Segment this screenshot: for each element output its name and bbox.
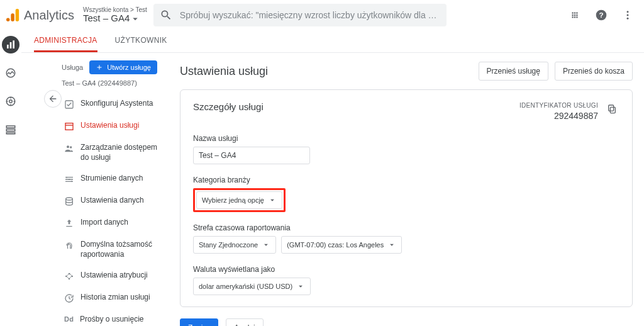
card-title: Szczegóły usługi	[193, 101, 264, 112]
svg-rect-0	[16, 9, 19, 21]
svg-point-22	[69, 179, 70, 180]
service-nav: Skonfiguruj Asystenta Ustawienia usługi …	[59, 93, 166, 326]
currency-label: Waluta wyświetlana jako	[193, 265, 619, 274]
check-box-icon	[64, 99, 74, 110]
svg-point-24	[66, 198, 73, 200]
save-button[interactable]: Zapisz	[180, 318, 218, 326]
tab-admin[interactable]: ADMINISTRACJA	[34, 30, 97, 52]
search-input[interactable]: Spróbuj wyszukać: "miesięczny wzrost lic…	[153, 4, 447, 26]
rail-configure-icon[interactable]	[2, 121, 19, 138]
account-picker-label: Test – GA4	[83, 13, 130, 24]
nav-delete-requests[interactable]: Dd Prośby o usunięcie danych	[59, 309, 166, 326]
history-icon	[64, 293, 74, 303]
content: Ustawienia usługi Przenieś usługę Przeni…	[169, 53, 644, 326]
caret-down-icon	[296, 282, 305, 291]
copy-id-button[interactable]	[604, 101, 619, 116]
people-icon	[64, 143, 74, 154]
top-bar: Analytics Wszystkie konta > Test Test – …	[0, 0, 644, 30]
svg-rect-15	[6, 129, 15, 131]
nav-attribution[interactable]: Ustawienia atrybucji	[59, 265, 166, 287]
cancel-button[interactable]: Anuluj	[226, 318, 263, 326]
svg-rect-29	[610, 107, 615, 113]
nav-streams[interactable]: Strumienie danych	[59, 168, 166, 190]
column-head-label: Usługa	[62, 64, 83, 71]
back-button[interactable]	[44, 90, 62, 108]
svg-point-7	[627, 18, 629, 20]
svg-rect-30	[609, 105, 614, 111]
nav-service-settings[interactable]: Ustawienia usługi	[59, 115, 166, 137]
svg-point-2	[6, 18, 10, 22]
tab-user[interactable]: UŻYTKOWNIK	[115, 30, 167, 52]
tz-country-select[interactable]: Stany Zjednoczone	[193, 236, 276, 254]
svg-rect-9	[10, 42, 12, 48]
trash-service-button[interactable]: Przenieś do kosza	[555, 62, 633, 81]
search-icon	[160, 9, 172, 21]
admin-tabs: ADMINISTRACJA UŻYTKOWNIK	[21, 30, 644, 53]
service-column: Usługa Utwórz usługę Test – GA4 (2924498…	[21, 53, 169, 326]
svg-rect-8	[7, 45, 9, 48]
copy-icon	[607, 104, 617, 114]
fingerprint-icon	[64, 240, 74, 250]
details-card: Szczegóły usługi IDENTYFIKATOR USŁUGI 29…	[180, 89, 633, 307]
svg-point-19	[67, 145, 69, 148]
top-bar-icons: ?	[567, 8, 639, 23]
nav-identity[interactable]: Domyślna tożsamość raportowania	[59, 234, 166, 265]
create-service-button[interactable]: Utwórz usługę	[89, 60, 157, 74]
svg-point-5	[627, 11, 629, 13]
caret-down-icon	[387, 240, 396, 249]
rail-realtime-icon[interactable]	[2, 64, 19, 82]
product-logo[interactable]: Analytics	[6, 8, 74, 23]
name-label: Nazwa usługi	[193, 134, 619, 143]
analytics-logo-icon	[6, 8, 20, 23]
nav-data-settings[interactable]: Ustawienia danych	[59, 190, 166, 212]
svg-rect-18	[65, 123, 73, 130]
streams-icon	[64, 174, 74, 184]
rail-reports-icon[interactable]	[2, 36, 19, 53]
search-placeholder: Spróbuj wyszukać: "miesięczny wzrost lic…	[180, 10, 440, 20]
tz-label: Strefa czasowa raportowania	[193, 223, 619, 232]
move-service-button[interactable]: Przenieś usługę	[479, 62, 548, 81]
account-picker[interactable]: Wszystkie konta > Test Test – GA4	[83, 6, 147, 25]
svg-point-13	[9, 100, 13, 103]
service-property-name[interactable]: Test – GA4 (292449887)	[59, 78, 166, 93]
plus-icon	[96, 64, 103, 71]
nav-import[interactable]: Import danych	[59, 212, 166, 234]
tz-zone-select[interactable]: (GMT-07:00) czas: Los Angeles	[281, 236, 402, 254]
nav-assistant[interactable]: Skonfiguruj Asystenta	[59, 93, 166, 115]
rail-explore-icon[interactable]	[2, 93, 19, 110]
more-icon[interactable]	[620, 8, 635, 23]
svg-point-20	[70, 146, 72, 148]
currency-select[interactable]: dolar amerykański (USD USD)	[193, 278, 311, 295]
admin-area: ADMINISTRACJA UŻYTKOWNIK Usługa Utwórz u…	[21, 30, 644, 326]
svg-rect-10	[13, 40, 14, 48]
svg-rect-1	[11, 13, 14, 21]
caret-down-icon	[262, 240, 270, 249]
left-rail	[0, 30, 21, 326]
property-id: IDENTYFIKATOR USŁUGI 292449887	[519, 101, 619, 123]
industry-select[interactable]: Wybierz jedną opcję	[196, 191, 282, 209]
nav-history[interactable]: Historia zmian usługi	[59, 287, 166, 309]
upload-icon	[64, 218, 74, 228]
nav-access[interactable]: Zarządzanie dostępem do usługi	[59, 137, 166, 168]
svg-point-6	[627, 14, 629, 16]
svg-rect-16	[6, 133, 15, 134]
caret-down-icon	[268, 196, 277, 205]
account-path: Wszystkie konta > Test	[83, 6, 147, 13]
svg-point-23	[71, 181, 72, 183]
page-title: Ustawienia usługi	[180, 65, 268, 78]
name-input[interactable]: Test – GA4	[193, 147, 310, 164]
apps-icon[interactable]	[567, 8, 582, 23]
attribution-icon	[64, 271, 74, 281]
arrow-left-icon	[48, 94, 58, 104]
svg-text:?: ?	[599, 11, 603, 19]
highlight-box: Wybierz jedną opcję	[193, 188, 286, 212]
industry-label: Kategoria branży	[193, 176, 619, 184]
property-id-label: IDENTYFIKATOR USŁUGI	[519, 101, 598, 110]
caret-down-icon	[130, 13, 141, 25]
window-icon	[64, 121, 74, 132]
help-icon[interactable]: ?	[594, 8, 609, 23]
property-id-value: 292449887	[554, 110, 598, 123]
database-icon	[64, 196, 74, 206]
svg-point-28	[71, 276, 73, 278]
dd-icon: Dd	[64, 315, 74, 323]
